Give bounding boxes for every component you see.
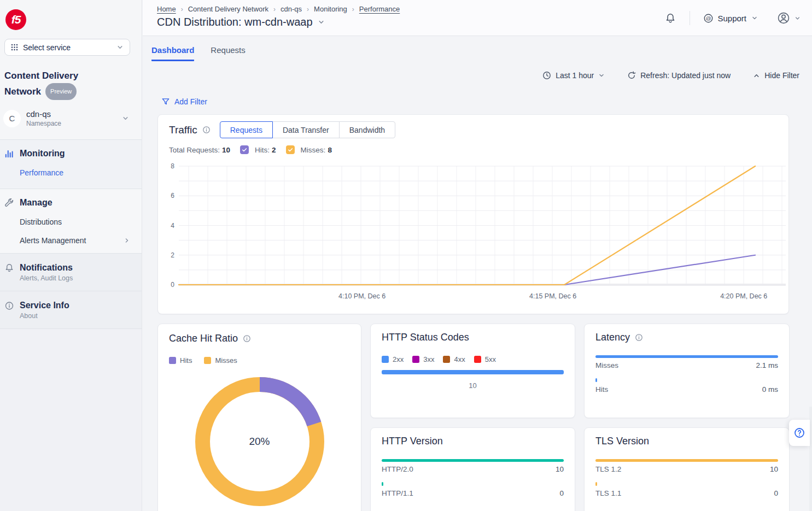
time-range-dropdown[interactable]: Last 1 hour — [542, 71, 605, 80]
namespace-name: cdn-qs — [26, 109, 121, 119]
namespace-avatar: C — [3, 110, 21, 127]
chevron-down-icon — [317, 18, 325, 26]
traffic-title: Traffic — [169, 124, 197, 136]
sidebar-item-distributions[interactable]: Distributions — [20, 218, 133, 226]
misses-legend-swatch — [204, 357, 211, 364]
status-codes-legend: 2xx 3xx 4xx 5xx — [382, 355, 564, 363]
sidebar-item-manage[interactable]: Manage — [4, 198, 133, 208]
user-avatar-icon — [776, 11, 791, 25]
refresh-icon — [627, 71, 636, 80]
sidebar-section-notifications: Notifications Alerts, Audit Logs — [0, 253, 142, 291]
2xx-swatch — [382, 356, 389, 363]
http-status-codes-card: HTTP Status Codes 2xx 3xx 4xx 5xx 10 — [370, 324, 575, 418]
select-service-dropdown[interactable]: Select service — [4, 39, 130, 56]
main-area: Home › Content Delivery Network › cdn-qs… — [143, 0, 812, 511]
product-title-line1: Content Delivery — [4, 71, 78, 81]
hits-legend-swatch — [169, 357, 176, 364]
chevron-down-icon — [794, 15, 801, 22]
breadcrumb-performance[interactable]: Performance — [359, 5, 400, 13]
svg-text:4:20 PM, Dec 6: 4:20 PM, Dec 6 — [720, 292, 767, 300]
chevron-right-icon — [123, 237, 131, 244]
cache-hit-ratio-donut: 20% — [194, 376, 325, 507]
hits-checkbox[interactable] — [240, 145, 249, 154]
3xx-swatch — [412, 356, 419, 363]
breadcrumb-monitoring[interactable]: Monitoring — [314, 5, 347, 13]
namespace-label: Namespace — [26, 120, 121, 127]
sidebar-item-service-info[interactable]: Service Info — [4, 301, 133, 310]
account-menu[interactable] — [776, 11, 801, 25]
traffic-card: Traffic Requests Data Transfer Bandwidth… — [157, 114, 789, 314]
refresh-button[interactable]: Refresh: Updated just now — [627, 71, 731, 80]
status-2xx-bar — [382, 370, 564, 374]
hits-toggle[interactable]: Hits:2 — [240, 145, 276, 154]
breadcrumb-namespace[interactable]: cdn-qs — [281, 5, 302, 13]
cache-hit-ratio-card: Cache Hit Ratio Hits Misses 20% — [157, 324, 361, 511]
cache-hit-ratio-value: 20% — [194, 376, 325, 507]
misses-toggle[interactable]: Misses:8 — [286, 145, 332, 154]
check-icon — [241, 146, 248, 153]
sidebar-section-monitoring: Monitoring Performance — [0, 139, 142, 189]
status-2xx-value: 10 — [382, 381, 564, 390]
hide-filter-button[interactable]: Hide Filter — [752, 71, 799, 80]
svg-text:4:15 PM, Dec 6: 4:15 PM, Dec 6 — [529, 292, 576, 300]
support-menu[interactable]: Support — [703, 13, 762, 24]
namespace-selector[interactable]: C cdn-qs Namespace — [3, 109, 133, 127]
tls11-bar — [595, 482, 597, 486]
traffic-metric-switch: Requests Data Transfer Bandwidth — [220, 121, 395, 138]
product-title: Content Delivery NetworkPreview — [4, 68, 133, 100]
clock-icon — [542, 71, 551, 80]
total-requests: Total Requests:10 — [169, 146, 230, 154]
tab-dashboard[interactable]: Dashboard — [151, 45, 194, 61]
svg-text:2: 2 — [171, 251, 174, 259]
tab-requests[interactable]: Requests — [211, 45, 245, 61]
sidebar-item-notifications[interactable]: Notifications — [4, 263, 133, 273]
info-icon[interactable] — [635, 333, 643, 342]
http-status-codes-title: HTTP Status Codes — [382, 332, 469, 343]
misses-checkbox[interactable] — [286, 145, 295, 154]
latency-misses-bar — [595, 355, 778, 358]
select-service-label: Select service — [23, 43, 116, 52]
tls12-bar — [595, 459, 778, 462]
add-filter-button[interactable]: Add Filter — [161, 97, 812, 106]
sidebar-section-service-info: Service Info About — [0, 291, 142, 328]
help-button[interactable] — [789, 420, 810, 446]
funnel-icon — [161, 97, 170, 106]
service-info-subtitle: About — [20, 312, 133, 320]
apps-grid-icon — [10, 43, 19, 51]
info-icon[interactable] — [202, 126, 211, 134]
sidebar-item-alerts-management[interactable]: Alerts Management — [20, 236, 133, 245]
http2-bar — [382, 459, 564, 462]
wrench-icon — [4, 198, 14, 208]
cache-legend: Hits Misses — [169, 356, 350, 365]
info-icon — [4, 301, 14, 310]
cache-hit-ratio-title: Cache Hit Ratio — [169, 333, 238, 344]
chevron-down-icon — [121, 114, 130, 122]
support-at-icon — [703, 13, 714, 24]
page-tabs: Dashboard Requests — [143, 36, 812, 61]
traffic-tab-data-transfer[interactable]: Data Transfer — [272, 121, 340, 138]
traffic-line-chart: 024684:10 PM, Dec 64:15 PM, Dec 64:20 PM… — [169, 162, 786, 304]
traffic-tab-bandwidth[interactable]: Bandwidth — [339, 121, 395, 138]
filter-bar: Last 1 hour Refresh: Updated just now Hi… — [143, 71, 812, 80]
4xx-swatch — [443, 356, 450, 363]
breadcrumb-home[interactable]: Home — [157, 5, 176, 13]
sidebar-item-monitoring[interactable]: Monitoring — [4, 149, 133, 158]
notifications-bell-icon[interactable] — [664, 12, 676, 24]
http11-bar — [382, 482, 383, 486]
traffic-tab-requests[interactable]: Requests — [220, 121, 273, 138]
product-title-line2: Network — [4, 86, 41, 97]
5xx-swatch — [474, 356, 481, 363]
sidebar-section-manage: Manage Distributions Alerts Management — [0, 189, 142, 253]
chevron-down-icon — [116, 43, 124, 51]
breadcrumb-cdn[interactable]: Content Delivery Network — [188, 5, 268, 13]
svg-text:8: 8 — [171, 162, 174, 170]
sidebar-item-performance[interactable]: Performance — [20, 168, 133, 177]
chevron-up-icon — [752, 72, 761, 80]
svg-text:4:10 PM, Dec 6: 4:10 PM, Dec 6 — [338, 292, 385, 300]
question-icon — [794, 427, 805, 438]
info-icon[interactable] — [243, 334, 251, 343]
notifications-subtitle: Alerts, Audit Logs — [20, 274, 133, 282]
svg-text:0: 0 — [171, 281, 174, 289]
bar-chart-icon — [4, 149, 14, 158]
topbar: Home › Content Delivery Network › cdn-qs… — [143, 0, 812, 36]
